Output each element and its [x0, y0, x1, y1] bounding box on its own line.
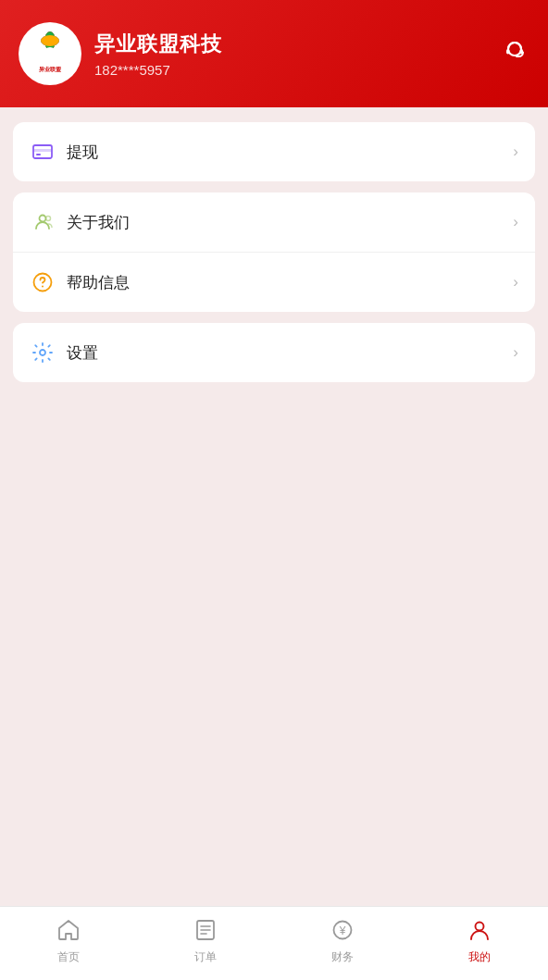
nav-item-orders[interactable]: 订单: [137, 907, 274, 980]
svg-point-15: [46, 217, 51, 221]
menu-item-withdraw[interactable]: 提现 ›: [13, 122, 535, 181]
home-nav-label: 首页: [57, 949, 80, 965]
menu-card-about-help: 关于我们 › 帮助信息 ›: [13, 192, 535, 312]
company-name: 异业联盟科技: [94, 31, 222, 58]
orders-nav-label: 订单: [194, 949, 217, 965]
svg-rect-9: [506, 49, 510, 55]
settings-chevron: ›: [513, 343, 518, 362]
finance-nav-icon: ¥: [330, 918, 355, 946]
orders-nav-icon: [193, 918, 218, 946]
phone-number: 182****5957: [94, 62, 222, 78]
svg-point-14: [40, 216, 46, 222]
menu-item-settings[interactable]: 设置 ›: [13, 323, 535, 382]
svg-point-6: [44, 47, 56, 60]
settings-label: 设置: [67, 342, 513, 364]
header-info: 异业联盟科技 182****5957: [94, 31, 222, 78]
nav-item-finance[interactable]: ¥ 财务: [274, 907, 411, 980]
svg-point-25: [476, 923, 484, 931]
svg-rect-13: [36, 154, 41, 155]
about-chevron: ›: [513, 213, 518, 231]
avatar: 异业联盟: [19, 22, 81, 85]
settings-icon: [30, 340, 56, 366]
header: 异业联盟 异业联盟科技 182****5957: [0, 0, 548, 107]
svg-text:异业联盟: 异业联盟: [39, 66, 62, 72]
about-icon: [30, 209, 56, 235]
header-left: 异业联盟 异业联盟科技 182****5957: [19, 22, 222, 85]
nav-item-mine[interactable]: 我的: [411, 907, 548, 980]
svg-point-18: [40, 350, 45, 355]
menu-card-settings: 设置 ›: [13, 323, 535, 382]
svg-point-5: [41, 35, 59, 46]
help-icon: [30, 269, 56, 295]
withdraw-chevron: ›: [513, 143, 518, 161]
svg-point-17: [42, 286, 44, 288]
mine-nav-label: 我的: [468, 949, 491, 965]
nav-item-home[interactable]: 首页: [0, 907, 137, 980]
support-icon[interactable]: [500, 36, 529, 72]
menu-card-withdraw: 提现 ›: [13, 122, 535, 181]
svg-text:¥: ¥: [339, 924, 346, 937]
home-nav-icon: [56, 918, 81, 946]
mine-nav-icon: [467, 918, 492, 946]
withdraw-icon: [30, 139, 56, 165]
menu-item-help[interactable]: 帮助信息 ›: [13, 253, 535, 312]
svg-rect-12: [33, 149, 52, 152]
about-label: 关于我们: [67, 212, 513, 233]
content: 提现 › 关于我们 ›: [0, 107, 548, 906]
help-label: 帮助信息: [67, 272, 513, 293]
menu-item-about[interactable]: 关于我们 ›: [13, 192, 535, 253]
finance-nav-label: 财务: [331, 949, 354, 965]
withdraw-label: 提现: [67, 142, 513, 163]
help-chevron: ›: [513, 273, 518, 292]
bottom-nav: 首页 订单 ¥ 财务 我的: [0, 906, 548, 980]
